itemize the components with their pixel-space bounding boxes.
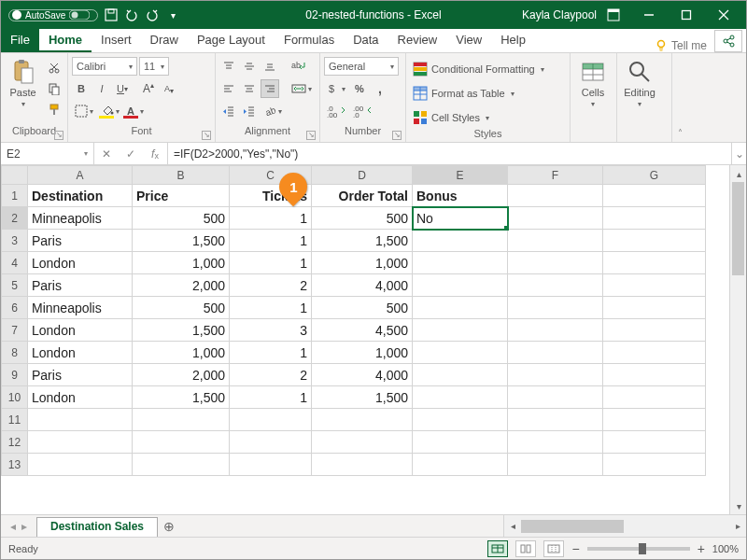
col-header-A[interactable]: A (28, 166, 133, 185)
paste-button[interactable]: Paste ▾ (5, 55, 41, 108)
tab-draw[interactable]: Draw (141, 29, 188, 52)
cell-D6[interactable]: 500 (312, 297, 413, 319)
font-size-combo[interactable]: 11▾ (139, 57, 169, 76)
view-normal-button[interactable] (487, 540, 508, 557)
cell-C4[interactable]: 1 (230, 252, 312, 274)
view-page-break-button[interactable] (543, 540, 564, 557)
align-middle-button[interactable] (240, 57, 259, 76)
col-header-D[interactable]: D (312, 166, 413, 185)
cell-B5[interactable]: 2,000 (133, 274, 230, 297)
cell-A1[interactable]: Destination (28, 185, 133, 207)
cell-A11[interactable] (28, 409, 133, 431)
share-button[interactable] (714, 30, 742, 52)
maximize-button[interactable] (668, 1, 705, 29)
row-header-8[interactable]: 8 (2, 342, 28, 364)
fill-color-button[interactable] (98, 102, 122, 120)
fill-handle[interactable] (504, 226, 508, 230)
tab-page-layout[interactable]: Page Layout (188, 29, 275, 52)
cell-A4[interactable]: London (28, 252, 133, 274)
cell-E2[interactable]: No (413, 207, 508, 230)
ribbon-options-icon[interactable] (606, 7, 621, 22)
horizontal-scrollbar[interactable]: ◂ ▸ (503, 515, 746, 537)
col-header-B[interactable]: B (133, 166, 230, 185)
format-as-table-button[interactable]: Format as Table (410, 83, 567, 104)
decrease-indent-button[interactable] (219, 102, 238, 120)
new-sheet-button[interactable]: ⊕ (158, 515, 180, 537)
cell-E6[interactable] (413, 297, 508, 319)
user-name[interactable]: Kayla Claypool (522, 8, 597, 21)
tab-home[interactable]: Home (39, 29, 92, 52)
autosave-toggle[interactable]: AutoSave (8, 9, 98, 21)
cell-B10[interactable]: 1,500 (133, 386, 230, 409)
decrease-font-button[interactable]: A▾ (160, 79, 178, 98)
cell-B9[interactable]: 2,000 (133, 364, 230, 386)
cell-D7[interactable]: 4,500 (312, 319, 413, 342)
cell-F5[interactable] (508, 274, 603, 297)
cell-B7[interactable]: 1,500 (133, 319, 230, 342)
cell-B3[interactable]: 1,500 (133, 230, 230, 252)
cells-button[interactable]: Cells▾ (574, 55, 612, 108)
cell-E4[interactable] (413, 252, 508, 274)
expand-formula-bar-button[interactable]: ⌄ (731, 143, 746, 164)
editing-button[interactable]: Editing▾ (621, 55, 658, 108)
row-header-2[interactable]: 2 (2, 207, 28, 230)
vscroll-thumb[interactable] (732, 182, 744, 275)
cancel-formula-button[interactable]: ✕ (94, 147, 119, 161)
cell-D13[interactable] (312, 454, 413, 476)
cell-C11[interactable] (230, 409, 312, 431)
cell-F8[interactable] (508, 342, 603, 364)
cell-D5[interactable]: 4,000 (312, 274, 413, 297)
collapse-ribbon-button[interactable]: ˄ (671, 53, 688, 142)
cell-G3[interactable] (603, 230, 706, 252)
cell-D4[interactable]: 1,000 (312, 252, 413, 274)
spreadsheet-grid[interactable]: ABCDEFG1DestinationPriceTicketsOrder Tot… (1, 165, 706, 476)
comma-button[interactable]: , (371, 79, 389, 98)
view-page-layout-button[interactable] (515, 540, 536, 557)
cell-E9[interactable] (413, 364, 508, 386)
row-header-4[interactable]: 4 (2, 252, 28, 274)
cell-styles-button[interactable]: Cell Styles (410, 107, 567, 128)
increase-font-button[interactable]: A▴ (139, 79, 158, 98)
cell-D11[interactable] (312, 409, 413, 431)
cell-G12[interactable] (603, 431, 706, 454)
cell-F3[interactable] (508, 230, 603, 252)
cell-F2[interactable] (508, 207, 603, 230)
font-name-combo[interactable]: Calibri▾ (72, 57, 137, 76)
cell-D3[interactable]: 1,500 (312, 230, 413, 252)
cell-E12[interactable] (413, 431, 508, 454)
tab-data[interactable]: Data (344, 29, 388, 52)
cell-A2[interactable]: Minneapolis (28, 207, 133, 230)
cell-G13[interactable] (603, 454, 706, 476)
cell-C10[interactable]: 1 (230, 386, 312, 409)
tab-view[interactable]: View (446, 29, 491, 52)
cell-D8[interactable]: 1,000 (312, 342, 413, 364)
row-header-6[interactable]: 6 (2, 297, 28, 319)
conditional-formatting-button[interactable]: Conditional Formatting (410, 59, 567, 79)
cell-C3[interactable]: 1 (230, 230, 312, 252)
cell-C9[interactable]: 2 (230, 364, 312, 386)
cell-A3[interactable]: Paris (28, 230, 133, 252)
tab-help[interactable]: Help (491, 29, 535, 52)
row-header-12[interactable]: 12 (2, 431, 28, 454)
save-icon[interactable] (104, 7, 119, 22)
select-all-corner[interactable] (2, 166, 28, 185)
number-format-combo[interactable]: General▾ (324, 57, 399, 76)
undo-icon[interactable] (124, 7, 139, 22)
cell-E11[interactable] (413, 409, 508, 431)
cell-C2[interactable]: 1 (230, 207, 312, 230)
cell-D12[interactable] (312, 431, 413, 454)
clipboard-launcher[interactable]: ↘ (54, 131, 63, 140)
cell-B13[interactable] (133, 454, 230, 476)
alignment-launcher[interactable]: ↘ (306, 131, 316, 140)
cell-A6[interactable]: Minneapolis (28, 297, 133, 319)
cut-button[interactable] (45, 59, 63, 77)
cell-F9[interactable] (508, 364, 603, 386)
cell-G8[interactable] (603, 342, 706, 364)
cell-B12[interactable] (133, 431, 230, 454)
merge-center-button[interactable] (289, 79, 315, 98)
cell-F7[interactable] (508, 319, 603, 342)
cell-C6[interactable]: 1 (230, 297, 312, 319)
increase-indent-button[interactable] (240, 102, 259, 120)
bold-button[interactable]: B (72, 79, 91, 98)
cell-D2[interactable]: 500 (312, 207, 413, 230)
